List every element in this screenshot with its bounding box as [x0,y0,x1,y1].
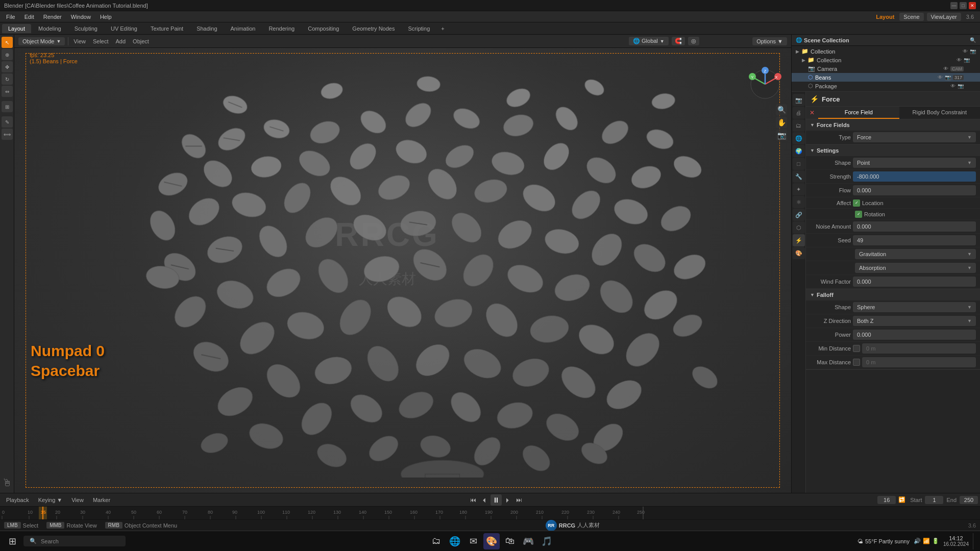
move-tool[interactable]: ✥ [2,61,13,72]
max-distance-checkbox[interactable] [853,359,860,366]
min-distance-value[interactable]: 0 m [862,343,976,354]
minimize-btn[interactable]: — [950,2,958,9]
taskbar-app-music[interactable]: 🎵 [538,533,555,549]
tab-animation[interactable]: Animation [225,24,262,33]
measure-tool[interactable]: ⟺ [2,129,13,140]
flow-value[interactable]: 0.000 [853,185,976,195]
tab-geometry-nodes[interactable]: Geometry Nodes [346,24,401,33]
playback-btn[interactable]: Playback [2,496,33,504]
rotation-checkbox[interactable]: ✓ [855,211,862,218]
menu-window[interactable]: Window [67,13,95,21]
power-value[interactable]: 0.000 [853,330,976,340]
particles-props-icon[interactable]: ✦ [793,183,805,195]
location-checkbox[interactable]: ✓ [853,199,860,207]
view-btn[interactable]: View [67,496,88,504]
object-data-icon[interactable]: ⬡ [793,221,805,234]
options-btn[interactable]: Options ▼ [752,37,787,45]
tab-shading[interactable]: Shading [190,24,223,33]
end-frame[interactable]: 250 [960,496,978,504]
gravitation-btn[interactable]: Gravitation ▼ [855,249,976,259]
marker-btn[interactable]: Marker [89,496,114,504]
taskbar-app-blender[interactable]: 🎨 [483,533,500,549]
view-layer-icon[interactable]: 🗂 [793,119,805,132]
collection-root-item[interactable]: ▶ 📁 Collection 👁 📷 [792,47,980,56]
viewlayer-selector[interactable]: ViewLayer [927,13,961,21]
prev-frame-btn[interactable]: ⏴ [479,495,489,505]
jump-end-btn[interactable]: ⏭ [514,495,524,505]
rotate-tool[interactable]: ↻ [2,73,13,85]
transform-tool[interactable]: ⊞ [2,101,13,112]
camera-item[interactable]: 📷 Camera 👁 CAM [792,64,980,73]
max-distance-value[interactable]: 0 m [862,357,976,367]
menu-render[interactable]: Render [39,13,66,21]
snap-toggle[interactable]: 🧲 [672,37,685,45]
menu-help[interactable]: Help [96,13,116,21]
tab-layout[interactable]: Layout [2,24,31,33]
taskbar-app-explorer[interactable]: 🗂 [428,533,445,549]
object-props-icon[interactable]: □ [793,158,805,170]
physics-props-icon[interactable]: ⚛ [793,196,805,208]
transform-orientation[interactable]: 🌐 Global ▼ [629,37,669,45]
settings-header[interactable]: ▼ Settings [806,145,980,156]
tab-compositing[interactable]: Compositing [302,24,345,33]
tab-uv-editing[interactable]: UV Editing [105,24,143,33]
add-menu[interactable]: Add [114,37,128,45]
wind-factor-value[interactable]: 0.000 [853,277,976,287]
strength-value[interactable]: -800.000 [853,171,976,182]
start-menu-btn[interactable]: ⊞ [4,533,20,549]
taskbar-app-mail[interactable]: ✉ [465,533,481,549]
tab-texture-paint[interactable]: Texture Paint [144,24,189,33]
menu-file[interactable]: File [2,13,19,21]
eye-icon[interactable]: 👁 [963,48,968,54]
tab-rendering[interactable]: Rendering [262,24,301,33]
constraints-props-icon[interactable]: 🔗 [793,209,805,221]
falloff-shape-value[interactable]: Sphere ▼ [853,302,976,312]
beans-item[interactable]: ⬡ Beans 👁 📷 317 [792,73,980,82]
system-icons[interactable]: 🔊 📶 🔋 [914,538,939,544]
force-field-tab[interactable]: Force Field [818,107,899,119]
cursor-tool[interactable]: ⊕ [2,49,13,60]
viewport[interactable]: Object Mode ▼ View Select Add Object 🌐 G… [14,35,791,493]
taskbar-search[interactable]: 🔍 Search [23,536,126,546]
keying-btn[interactable]: Keying ▼ [34,496,67,504]
tab-add[interactable]: + [437,24,448,33]
rigid-body-constraint-tab[interactable]: Rigid Body Constraint [899,107,981,119]
object-menu[interactable]: Object [131,37,151,45]
show-desktop-btn[interactable] [973,533,976,549]
shape-value[interactable]: Point ▼ [853,158,976,168]
taskbar-app-chrome[interactable]: 🌐 [447,533,463,549]
zoom-in-btn[interactable]: 🔍 [776,104,787,115]
scene-props-icon[interactable]: 🌐 [793,132,805,144]
timeline-ruler[interactable]: 0 10 15 20 30 40 50 60 [0,507,980,519]
render-props-icon[interactable]: 📷 [793,94,805,106]
menu-edit[interactable]: Edit [20,13,38,21]
annotate-tool[interactable]: ✎ [2,116,13,128]
world-props-icon[interactable]: 🌍 [793,145,805,157]
tab-sculpting[interactable]: Sculpting [68,24,104,33]
play-pause-btn[interactable]: ⏸ [491,494,502,506]
absorption-btn[interactable]: Absorption ▼ [855,263,976,273]
orientation-gizmo[interactable]: X Y Z [747,66,783,102]
maximize-btn[interactable]: □ [960,2,967,9]
mode-dropdown[interactable]: Object Mode ▼ [18,37,65,45]
camera-btn[interactable]: 📷 [776,130,787,141]
seed-value[interactable]: 49 [853,235,976,245]
falloff-header[interactable]: ▼ Falloff [806,289,980,300]
output-props-icon[interactable]: 🖨 [793,107,805,119]
loop-icon[interactable]: 🔁 [897,495,907,505]
taskbar-app-store[interactable]: 🛍 [502,533,518,549]
tab-modeling[interactable]: Modeling [32,24,67,33]
min-distance-checkbox[interactable] [853,345,860,352]
force-fields-header[interactable]: ▼ Force Fields [806,119,980,131]
type-value[interactable]: Force ▼ [853,132,976,142]
location-checkbox-row[interactable]: ✓ Location [853,199,884,207]
view-menu[interactable]: View [71,37,88,45]
taskbar-app-xbox[interactable]: 🎮 [520,533,536,549]
scene-selector[interactable]: Scene [899,13,923,21]
material-props-icon[interactable]: 🎨 [793,247,805,259]
select-menu[interactable]: Select [91,37,111,45]
collection-item[interactable]: ▶ 📁 Collection 👁 📷 [792,56,980,64]
current-frame[interactable]: 16 [877,496,896,504]
close-btn[interactable]: ✕ [969,2,976,9]
tab-scripting[interactable]: Scripting [402,24,436,33]
